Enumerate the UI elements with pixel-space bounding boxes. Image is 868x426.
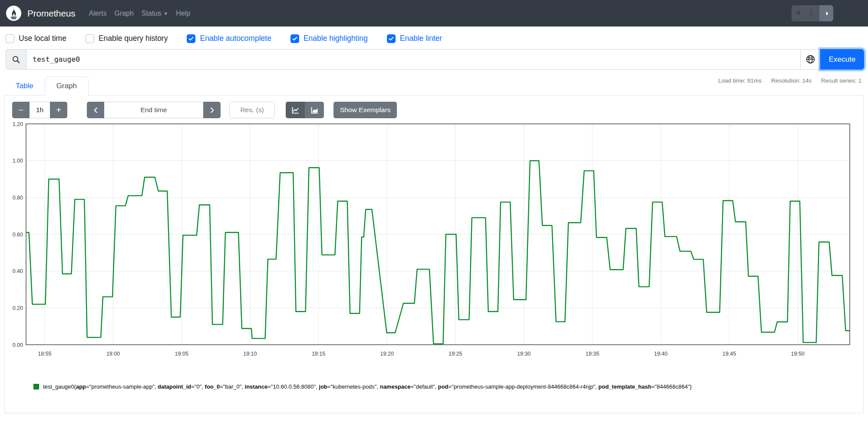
chart-area: 0.000.200.400.600.801.001.2018:5519:0019… [9, 121, 863, 362]
series-line [26, 161, 850, 344]
decrease-range-button[interactable]: − [12, 102, 30, 118]
checkbox-icon [6, 34, 14, 43]
result-series: Result series: 1 [821, 77, 861, 84]
metrics-explorer-button[interactable] [801, 49, 820, 70]
chevron-down-icon: ▼ [163, 11, 168, 16]
execute-button[interactable]: Execute [820, 49, 864, 70]
nav-links: Alerts Graph Status▼ Help [85, 10, 195, 17]
line-chart-icon [292, 106, 299, 114]
nav-link-graph[interactable]: Graph [110, 10, 137, 17]
svg-text:19:45: 19:45 [723, 351, 736, 357]
range-input[interactable] [30, 102, 50, 118]
checkbox-use-local-time[interactable]: Use local time [6, 34, 66, 43]
tab-table[interactable]: Table [4, 77, 45, 95]
half-circle-icon: ◑ [824, 9, 828, 18]
stacked-chart-button[interactable] [305, 102, 324, 118]
end-time-input[interactable] [104, 102, 203, 118]
query-bar: Execute [6, 49, 864, 70]
search-icon [6, 49, 26, 70]
checkbox-enable-linter[interactable]: Enable linter [387, 34, 442, 43]
legend-item[interactable]: test_gauge0{app="prometheus-sample-app",… [33, 383, 863, 390]
svg-text:19:25: 19:25 [449, 351, 462, 357]
svg-text:1.00: 1.00 [13, 158, 23, 164]
checkbox-icon [290, 34, 299, 43]
resolution: Resolution: 14s [771, 77, 812, 84]
globe-icon [806, 55, 815, 64]
stacked-chart-icon [311, 106, 318, 114]
svg-text:19:10: 19:10 [243, 351, 257, 357]
load-time: Load time: 91ms [718, 77, 762, 84]
light-theme-button[interactable]: ☀ [792, 5, 805, 21]
chevron-left-icon [92, 107, 99, 113]
svg-text:19:50: 19:50 [791, 351, 805, 357]
resolution-input[interactable] [229, 102, 275, 118]
query-stats: Load time: 91ms Resolution: 14s Result s… [718, 77, 861, 84]
tab-graph[interactable]: Graph [45, 77, 89, 96]
svg-text:0.60: 0.60 [13, 232, 23, 238]
svg-text:0.00: 0.00 [13, 342, 23, 348]
svg-text:19:00: 19:00 [106, 351, 120, 357]
forward-time-button[interactable] [203, 102, 221, 118]
graph-plot[interactable]: 0.000.200.400.600.801.001.2018:5519:0019… [9, 121, 856, 360]
chart-type-toggle [286, 102, 324, 118]
graph-panel: − + Show Exemplars 0.000.200.400.600.801… [4, 96, 864, 413]
sun-icon: ☀ [795, 9, 802, 18]
svg-text:18:55: 18:55 [38, 351, 51, 357]
checkbox-icon [187, 34, 195, 43]
checkbox-icon [387, 34, 396, 43]
checkbox-enable-highlighting[interactable]: Enable highlighting [290, 34, 368, 43]
moon-icon: ☾ [809, 9, 815, 18]
chevron-right-icon [209, 107, 215, 113]
dark-theme-button[interactable]: ☾ [805, 5, 819, 21]
end-time-group [87, 102, 221, 118]
checkbox-icon [86, 34, 94, 43]
checkbox-enable-query-history[interactable]: Enable query history [86, 34, 168, 43]
expression-input[interactable] [26, 49, 801, 70]
series-color-swatch [33, 384, 39, 389]
prometheus-app: { "colors": { "accent": "#0d6efd", "navb… [0, 0, 868, 426]
app-title: Prometheus [27, 8, 76, 19]
increase-range-button[interactable]: + [50, 102, 67, 118]
result-tabs: Table Graph Load time: 91ms Resolution: … [4, 75, 864, 96]
prometheus-logo-icon [6, 5, 22, 21]
nav-link-help[interactable]: Help [172, 10, 194, 17]
graph-controls: − + Show Exemplars [5, 96, 863, 118]
svg-text:1.20: 1.20 [13, 121, 23, 127]
svg-text:0.40: 0.40 [13, 268, 23, 274]
navbar: Prometheus Alerts Graph Status▼ Help ☀ ☾… [0, 0, 868, 27]
show-exemplars-button[interactable]: Show Exemplars [333, 102, 397, 118]
grid-and-axes: 0.000.200.400.600.801.001.2018:5519:0019… [13, 121, 850, 357]
svg-text:19:20: 19:20 [380, 351, 394, 357]
svg-text:19:15: 19:15 [312, 351, 325, 357]
nav-link-alerts[interactable]: Alerts [85, 10, 111, 17]
back-time-button[interactable] [87, 102, 104, 118]
nav-link-status[interactable]: Status▼ [138, 10, 172, 17]
range-group: − + [12, 102, 67, 118]
line-chart-button[interactable] [286, 102, 305, 118]
svg-text:19:30: 19:30 [517, 351, 531, 357]
svg-text:19:35: 19:35 [586, 351, 599, 357]
svg-text:19:05: 19:05 [175, 351, 188, 357]
legend-label: test_gauge0{app="prometheus-sample-app",… [43, 383, 692, 390]
svg-text:0.80: 0.80 [13, 195, 23, 201]
svg-text:0.20: 0.20 [13, 305, 23, 311]
svg-text:19:40: 19:40 [654, 351, 667, 357]
checkbox-enable-autocomplete[interactable]: Enable autocomplete [187, 34, 271, 43]
settings-row: Use local time Enable query history Enab… [6, 34, 868, 43]
theme-toggle: ☀ ☾ ◑ [792, 5, 833, 21]
auto-theme-button[interactable]: ◑ [819, 5, 833, 21]
